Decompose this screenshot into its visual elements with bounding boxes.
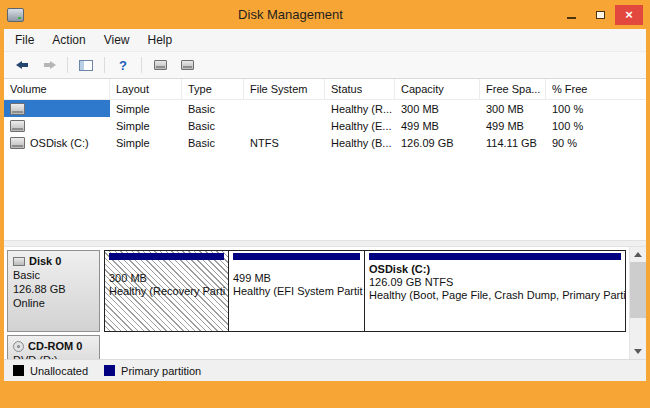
volume-row-efi[interactable]: Simple Basic Healthy (E... 499 MB 499 MB…: [4, 117, 646, 134]
cell-file-system: [244, 100, 325, 117]
disk0-size: 126.88 GB: [13, 282, 94, 296]
partition-size: 126.09 GB NTFS: [369, 276, 621, 289]
cell-type: Basic: [182, 100, 244, 117]
primary-partition-band: [109, 253, 224, 260]
cell-layout: Simple: [110, 100, 182, 117]
volume-cell-selected: [4, 100, 110, 117]
toolbar-separator: [141, 57, 142, 73]
volume-row-recovery[interactable]: Simple Basic Healthy (R... 300 MB 300 MB…: [4, 100, 646, 117]
minimize-button[interactable]: [557, 5, 585, 25]
client-area: File Action View Help Volume Layout Type…: [4, 29, 646, 381]
disk0-row: Disk 0 Basic 126.88 GB Online 300 MB Hea…: [7, 250, 626, 332]
scrollbar-thumb[interactable]: [630, 262, 646, 318]
toolbar-separator: [104, 57, 105, 73]
app-disk-icon: [7, 8, 24, 22]
volume-row-osdisk[interactable]: OSDisk (C:) Simple Basic NTFS Healthy (B…: [4, 134, 646, 151]
partition-status: Healthy (Boot, Page File, Crash Dump, Pr…: [369, 289, 621, 302]
partition-recovery[interactable]: 300 MB Healthy (Recovery Parti: [104, 250, 229, 332]
column-header-capacity[interactable]: Capacity: [395, 79, 480, 99]
drive-tool-icon-2[interactable]: [176, 55, 198, 75]
cell-type: Basic: [182, 117, 244, 134]
partition-size: 300 MB: [109, 272, 224, 285]
partition-status: Healthy (EFI System Partit: [233, 285, 360, 298]
toolbar-separator: [67, 57, 68, 73]
drive-tool-icon[interactable]: [149, 55, 171, 75]
toolbar: [4, 52, 646, 79]
back-arrow-icon[interactable]: [11, 55, 33, 75]
cell-free-space: 114.11 GB: [480, 134, 546, 151]
console-tree-icon[interactable]: [75, 55, 97, 75]
graphical-view-pane: Disk 0 Basic 126.88 GB Online 300 MB Hea…: [4, 247, 646, 359]
partition-efi[interactable]: 499 MB Healthy (EFI System Partit: [229, 250, 365, 332]
unallocated-swatch: [13, 365, 24, 376]
cell-capacity: 300 MB: [395, 100, 480, 117]
window-title: Disk Management: [24, 7, 557, 22]
column-header-percent-free[interactable]: % Free: [546, 79, 646, 99]
cell-free-space: 300 MB: [480, 100, 546, 117]
vertical-scrollbar[interactable]: [629, 247, 646, 359]
cell-type: Basic: [182, 134, 244, 151]
scroll-up-icon[interactable]: [630, 247, 646, 262]
caption-buttons: [557, 5, 643, 25]
cell-status: Healthy (B...: [325, 134, 395, 151]
volume-name: OSDisk (C:): [30, 137, 89, 149]
cell-free-space: 499 MB: [480, 117, 546, 134]
column-header-volume[interactable]: Volume: [4, 79, 110, 99]
drive-icon: [10, 137, 25, 149]
column-header-status[interactable]: Status: [325, 79, 395, 99]
disk-management-window: Disk Management File Action View Help: [0, 0, 650, 408]
drive-icon: [10, 103, 25, 115]
volume-list-header: Volume Layout Type File System Status Ca…: [4, 79, 646, 100]
cdrom0-media-area: [104, 335, 626, 359]
menu-help[interactable]: Help: [139, 30, 182, 50]
close-button[interactable]: [615, 5, 643, 25]
partition-size: 499 MB: [233, 272, 360, 285]
menu-view[interactable]: View: [95, 30, 139, 50]
primary-partition-band: [369, 253, 621, 260]
cell-layout: Simple: [110, 117, 182, 134]
disk0-name: Disk 0: [29, 254, 61, 268]
volume-list-pane: Volume Layout Type File System Status Ca…: [4, 79, 646, 240]
primary-partition-label: Primary partition: [121, 365, 201, 377]
cell-capacity: 499 MB: [395, 117, 480, 134]
disk0-partitions: 300 MB Healthy (Recovery Parti 499 MB He…: [104, 250, 626, 332]
column-header-layout[interactable]: Layout: [110, 79, 182, 99]
partition-status: Healthy (Recovery Parti: [109, 285, 224, 298]
cell-layout: Simple: [110, 134, 182, 151]
column-header-type[interactable]: Type: [182, 79, 244, 99]
cell-file-system: NTFS: [244, 134, 325, 151]
partition-name: OSDisk (C:): [369, 263, 621, 276]
volume-cell: OSDisk (C:): [4, 134, 110, 151]
unallocated-label: Unallocated: [30, 365, 88, 377]
cdrom0-header[interactable]: CD-ROM 0 DVD (D:): [7, 335, 100, 359]
cell-percent-free: 90 %: [546, 134, 646, 151]
cdrom0-row: CD-ROM 0 DVD (D:): [7, 335, 626, 359]
primary-partition-band: [233, 253, 360, 260]
help-icon[interactable]: [112, 55, 134, 75]
disk0-header[interactable]: Disk 0 Basic 126.88 GB Online: [7, 250, 100, 332]
cell-status: Healthy (R...: [325, 100, 395, 117]
maximize-button[interactable]: [586, 5, 614, 25]
cell-status: Healthy (E...: [325, 117, 395, 134]
disk0-type: Basic: [13, 268, 94, 282]
column-header-free-space[interactable]: Free Spa...: [480, 79, 546, 99]
cell-capacity: 126.09 GB: [395, 134, 480, 151]
drive-icon: [10, 120, 25, 132]
menu-action[interactable]: Action: [43, 30, 94, 50]
scroll-down-icon[interactable]: [630, 344, 646, 359]
hard-disk-icon: [13, 257, 25, 266]
column-header-file-system[interactable]: File System: [244, 79, 325, 99]
legend-bar: Unallocated Primary partition: [4, 359, 646, 381]
graphical-view: Disk 0 Basic 126.88 GB Online 300 MB Hea…: [4, 247, 629, 359]
partition-osdisk-c[interactable]: OSDisk (C:) 126.09 GB NTFS Healthy (Boot…: [365, 250, 626, 332]
titlebar[interactable]: Disk Management: [0, 0, 650, 29]
volume-cell: [4, 117, 110, 134]
scrollbar-track: [630, 318, 646, 344]
menu-file[interactable]: File: [6, 30, 43, 50]
cdrom0-name: CD-ROM 0: [28, 339, 82, 353]
forward-arrow-icon[interactable]: [38, 55, 60, 75]
primary-partition-swatch: [104, 365, 115, 376]
cell-file-system: [244, 117, 325, 134]
disk0-status: Online: [13, 296, 94, 310]
pane-splitter[interactable]: [4, 240, 646, 247]
